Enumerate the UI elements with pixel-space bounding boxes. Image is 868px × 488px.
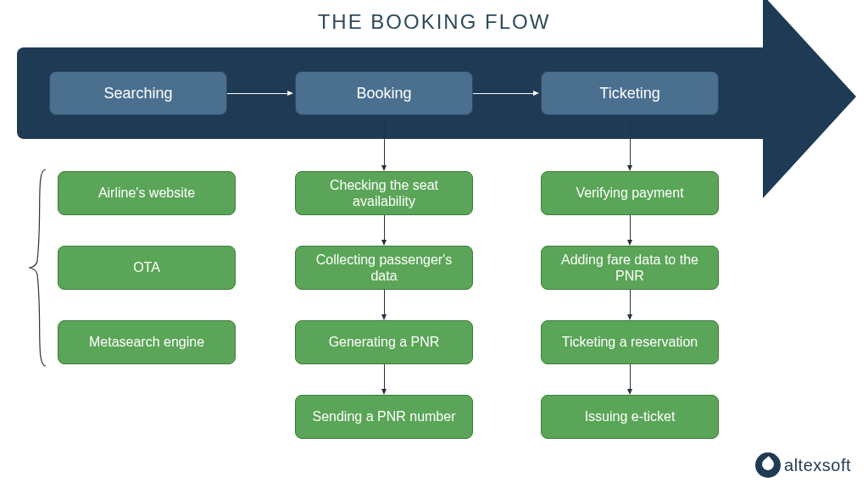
booking-item-generating-pnr: Generating a PNR bbox=[295, 320, 473, 364]
connector-passenger-to-pnr bbox=[384, 290, 385, 315]
connector-booking-to-seat bbox=[384, 115, 385, 166]
diagram-title: THE BOOKING FLOW bbox=[0, 0, 868, 34]
searching-item-metasearch: Metasearch engine bbox=[58, 320, 236, 364]
searching-brace bbox=[27, 168, 49, 368]
connector-search-to-booking bbox=[227, 93, 288, 94]
ticketing-item-verify-payment: Verifying payment bbox=[541, 171, 719, 215]
connector-ticketing-to-verify bbox=[630, 115, 631, 166]
altexsoft-logo-text: altexsoft bbox=[784, 456, 851, 475]
searching-item-airline-website: Airline's website bbox=[58, 171, 236, 215]
altexsoft-logo: altexsoft bbox=[755, 452, 851, 478]
connector-reserve-to-eticket bbox=[630, 364, 631, 390]
connector-seat-to-passenger bbox=[384, 215, 385, 241]
ticketing-item-reservation: Ticketing a reservation bbox=[541, 320, 719, 364]
altexsoft-logo-icon bbox=[755, 452, 781, 478]
connector-genpnr-to-sendpnr bbox=[384, 364, 385, 390]
connector-booking-to-ticketing bbox=[473, 93, 534, 94]
stage-booking: Booking bbox=[295, 71, 473, 115]
booking-item-passenger-data: Collecting passenger's data bbox=[295, 246, 473, 290]
flow-arrow-head bbox=[763, 0, 856, 198]
searching-item-ota: OTA bbox=[58, 246, 236, 290]
booking-item-seat-availability: Checking the seat availability bbox=[295, 171, 473, 215]
stage-ticketing: Ticketing bbox=[541, 71, 719, 115]
stage-searching: Searching bbox=[49, 71, 227, 115]
connector-verify-to-fare bbox=[630, 215, 631, 241]
ticketing-item-fare-data: Adding fare data to the PNR bbox=[541, 246, 719, 290]
connector-fare-to-reserve bbox=[630, 290, 631, 315]
ticketing-item-issuing-eticket: Issuing e-ticket bbox=[541, 395, 719, 439]
booking-item-sending-pnr: Sending a PNR number bbox=[295, 395, 473, 439]
